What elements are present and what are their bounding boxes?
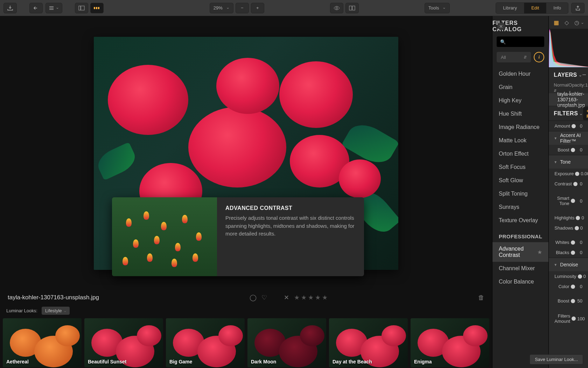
slider-contrast[interactable]: Contrast0 [549, 179, 588, 189]
catalog-item[interactable]: Channel Mixer [492, 262, 548, 275]
look-label: Aethereal [6, 359, 29, 364]
slider-luminosity[interactable]: Luminosity0 [549, 271, 588, 281]
reject-button[interactable]: ✕ [284, 294, 289, 301]
zoom-dropdown[interactable]: 29% [210, 3, 233, 13]
panel-layout-button[interactable] [75, 3, 88, 13]
filmstrip[interactable]: AetherealBeautiful SunsetBig GameDark Mo… [0, 316, 492, 368]
catalog-info-toggle[interactable]: i [534, 52, 544, 62]
catalog-item[interactable]: Image Radiance [492, 121, 548, 134]
look-thumbnail[interactable]: Day at the Beach [329, 318, 408, 367]
delete-button[interactable]: 🗑 [478, 294, 484, 301]
catalog-item[interactable]: Soft Focus [492, 161, 548, 174]
svg-rect-7 [352, 6, 355, 10]
close-catalog-button[interactable]: ✕ [497, 22, 505, 30]
zoom-in-button[interactable]: + [251, 3, 264, 13]
tab-info[interactable]: Info [546, 3, 568, 13]
filmstrip-toggle-button[interactable] [90, 3, 104, 13]
look-label: Dark Moon [251, 359, 276, 364]
looks-label: Luminar Looks: [6, 308, 37, 313]
look-thumbnail[interactable]: Enigma [411, 318, 489, 367]
layers-section-header[interactable]: LAYERS⌄ − + [549, 67, 588, 82]
history-tab-icon[interactable]: ◷ [574, 19, 584, 26]
look-thumbnail[interactable]: Beautiful Sunset [84, 318, 163, 367]
edit-panel: ▦ ◇ ◷ LAYERS⌄ − + Normal ⇵ Opacity:100% … [548, 16, 588, 368]
tools-dropdown[interactable]: Tools [425, 3, 450, 13]
look-label: Day at the Beach [332, 359, 372, 364]
history-button[interactable] [46, 3, 62, 13]
collapse-layer-button[interactable]: − [582, 71, 586, 79]
catalog-item[interactable]: Matte Look [492, 134, 548, 147]
slider-boost[interactable]: Boost0 [549, 145, 588, 155]
look-label: Big Game [169, 359, 192, 364]
look-thumbnail[interactable]: Aethereal [3, 318, 82, 367]
histogram [549, 29, 588, 67]
filter-group-header[interactable]: ▼Accent AI Filter™ [549, 131, 588, 145]
slider-whites[interactable]: Whites0 [549, 237, 588, 247]
catalog-list[interactable]: Golden HourGrainHigh KeyHue ShiftImage R… [492, 67, 548, 368]
mode-tabs: Library Edit Info [496, 2, 568, 14]
filter-tooltip: ADVANCED CONTRAST Precisely adjusts tona… [112, 197, 364, 276]
slider-shadows[interactable]: Shadows0 [549, 223, 588, 233]
catalog-item[interactable]: Orton Effect [492, 147, 548, 161]
svg-rect-3 [96, 7, 97, 9]
undo-button[interactable] [29, 3, 43, 13]
share-button[interactable] [571, 3, 584, 13]
filter-group-header[interactable]: ▼Denoise [549, 258, 588, 271]
tooltip-preview [112, 197, 217, 276]
file-bar: tayla-kohler-1307163-unsplash.jpg ◯ ♡ ✕ … [0, 290, 492, 305]
filter-group-header[interactable]: ▼Tone [549, 155, 588, 169]
preview-button[interactable] [330, 3, 343, 13]
svg-rect-6 [349, 6, 352, 10]
slider-blacks[interactable]: Blacks0 [549, 247, 588, 258]
catalog-item[interactable]: Advanced Contrast★ [492, 242, 548, 262]
favorite-star-icon[interactable]: ★ [537, 249, 542, 255]
export-button[interactable] [4, 3, 17, 13]
catalog-item[interactable]: Hue Shift [492, 107, 548, 121]
layer-row[interactable]: tayla-kohler-1307163-unsplash.jpg [549, 93, 588, 106]
toolbar: 29% − + Tools Library Edit Info [0, 0, 588, 16]
search-icon: 🔍 [500, 39, 506, 45]
filters-section-header[interactable]: FILTERS⌄ + Add Filter... [549, 106, 588, 121]
catalog-item[interactable]: High Key [492, 94, 548, 107]
look-label: Enigma [414, 359, 432, 364]
slider-color[interactable]: Color0 [549, 281, 588, 292]
catalog-section-header: PROFESSIONAL [492, 227, 548, 242]
save-look-button[interactable]: Save Luminar Look... [548, 354, 583, 364]
filters-catalog-panel: ✕ FILTERS CATALOG 🔍 All⇵ i Golden HourGr… [492, 16, 548, 368]
histogram-tab-icon[interactable]: ▦ [554, 19, 559, 26]
svg-rect-2 [94, 7, 95, 9]
tab-library[interactable]: Library [496, 3, 524, 13]
looks-category-dropdown[interactable]: Lifestyle⌵ [42, 307, 70, 315]
catalog-item[interactable]: Split Toning [492, 187, 548, 200]
catalog-search-input[interactable]: 🔍 [497, 36, 544, 47]
zoom-out-button[interactable]: − [236, 3, 249, 13]
catalog-item[interactable]: Color Balance [492, 275, 548, 288]
add-filter-button[interactable]: + Add Filter... [583, 107, 588, 120]
canvas[interactable]: ADVANCED CONTRAST Precisely adjusts tona… [0, 16, 492, 290]
catalog-item[interactable]: Soft Glow [492, 174, 548, 187]
catalog-item[interactable]: Texture Overlay [492, 214, 548, 227]
svg-rect-4 [98, 7, 99, 9]
catalog-item[interactable]: Grain [492, 81, 548, 94]
slider-exposure[interactable]: Exposure0.00 [549, 169, 588, 179]
slider-smart-tone[interactable]: Smart Tone0 [549, 193, 588, 209]
rating-stars[interactable]: ★★★★★ [294, 294, 328, 301]
compare-button[interactable] [345, 3, 359, 13]
slider-filters-amount[interactable]: Filters Amount100 [549, 311, 588, 326]
file-name: tayla-kohler-1307163-unsplash.jpg [8, 294, 99, 301]
look-thumbnail[interactable]: Big Game [166, 318, 245, 367]
slider-highlights[interactable]: Highlights0 [549, 213, 588, 223]
layers-tab-icon[interactable]: ◇ [565, 19, 569, 26]
catalog-category-dropdown[interactable]: All⇵ [497, 52, 531, 62]
color-label-button[interactable]: ◯ [250, 294, 257, 301]
look-thumbnail[interactable]: Dark Moon [247, 318, 326, 367]
tab-edit[interactable]: Edit [524, 3, 546, 13]
catalog-item[interactable]: Sunrays [492, 200, 548, 214]
favorite-button[interactable]: ♡ [261, 294, 267, 301]
layer-name: tayla-kohler-1307163-unsplash.jpg [557, 91, 585, 108]
slider-boost[interactable]: Boost50 [549, 296, 588, 306]
slider-amount[interactable]: Amount0 [549, 121, 588, 131]
svg-rect-0 [79, 6, 80, 10]
look-label: Beautiful Sunset [88, 359, 126, 364]
catalog-item[interactable]: Golden Hour [492, 67, 548, 81]
